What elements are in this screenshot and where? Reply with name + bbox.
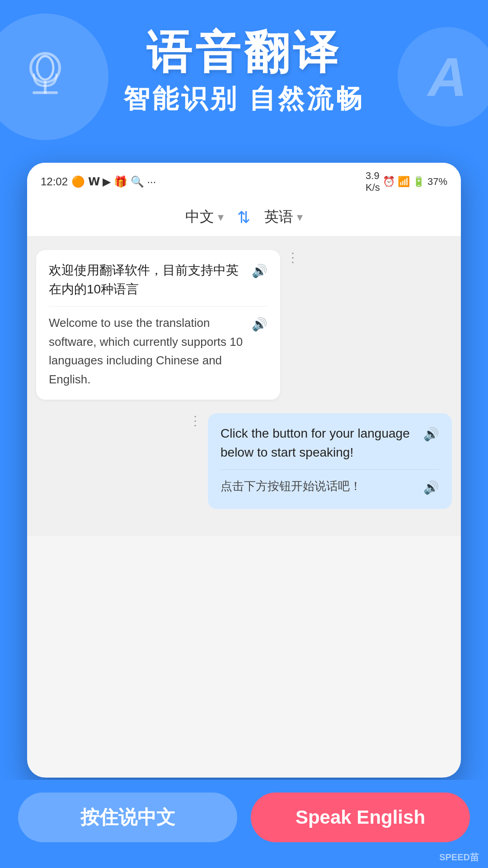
header-section: 语音翻译 智能识别 自然流畅 (0, 0, 488, 130)
status-bar: 12:02 🟠 𝗪 ▶ 🎁 🔍 ··· 3.9K/s ⏰ 📶 🔋 37% (27, 163, 461, 198)
message-1-bubble: 欢迎使用翻译软件，目前支持中英在内的10种语言 🔊 Welcome to use… (36, 250, 280, 400)
message-2-translated: 点击下方按钮开始说话吧！ 🔊 (221, 470, 439, 498)
chat-area: 欢迎使用翻译软件，目前支持中英在内的10种语言 🔊 Welcome to use… (27, 236, 461, 536)
target-language-selector[interactable]: 英语 ▾ (264, 207, 303, 227)
app-title: 语音翻译 (18, 27, 470, 77)
lang-selector-bar[interactable]: 中文 ▾ ⇄ 英语 ▾ (27, 198, 461, 236)
speak-english-button[interactable]: Speak English (251, 793, 470, 842)
status-time: 12:02 (41, 175, 68, 188)
status-right: 3.9K/s ⏰ 📶 🔋 37% (366, 170, 447, 193)
message-2-speaker-icon[interactable]: 🔊 (423, 425, 439, 444)
source-lang-label: 中文 (185, 207, 214, 227)
message-2-bubble: Click the button for your language below… (208, 413, 452, 509)
message-1-original-text: 欢迎使用翻译软件，目前支持中英在内的10种语言 (49, 261, 247, 299)
message-1-translated-speaker-icon[interactable]: 🔊 (252, 315, 267, 335)
message-2-translated-speaker-icon[interactable]: 🔊 (423, 478, 439, 498)
app-content: 中文 ▾ ⇄ 英语 ▾ 欢迎使用翻译软件，目前支持中英在内的10种语言 🔊 W (27, 198, 461, 536)
message-1-translated-text: Welcome to use the translation software,… (49, 314, 247, 389)
message-1-original: 欢迎使用翻译软件，目前支持中英在内的10种语言 🔊 (49, 261, 267, 307)
message-1-speaker-icon[interactable]: 🔊 (252, 262, 267, 281)
status-speed: 3.9K/s (366, 170, 380, 193)
bottom-buttons-bar: 按住说中文 Speak English (0, 780, 488, 868)
message-2-original: Click the button for your language below… (221, 424, 439, 470)
target-lang-label: 英语 (264, 207, 293, 227)
watermark: SPEED苗 (439, 851, 479, 863)
message-1: 欢迎使用翻译软件，目前支持中英在内的10种语言 🔊 Welcome to use… (36, 250, 452, 400)
status-left: 12:02 🟠 𝗪 ▶ 🎁 🔍 ··· (41, 175, 156, 188)
target-lang-dropdown-icon: ▾ (297, 210, 303, 224)
source-lang-dropdown-icon: ▾ (218, 210, 224, 224)
source-language-selector[interactable]: 中文 ▾ (185, 207, 224, 227)
message-1-translated: Welcome to use the translation software,… (49, 307, 267, 389)
status-battery: 🔋 37% (413, 176, 447, 188)
status-app-icons: 🟠 𝗪 ▶ 🎁 🔍 ··· (71, 175, 156, 188)
app-subtitle: 智能识别 自然流畅 (18, 81, 470, 117)
lang-swap-icon[interactable]: ⇄ (235, 210, 253, 224)
status-signal: 📶 (398, 176, 410, 188)
message-2-options[interactable]: ⋮ (189, 413, 202, 428)
message-2-original-text: Click the button for your language below… (221, 424, 419, 462)
message-2: ⋮ Click the button for your language bel… (36, 413, 452, 509)
speak-chinese-button[interactable]: 按住说中文 (18, 793, 237, 842)
phone-mockup: 12:02 🟠 𝗪 ▶ 🎁 🔍 ··· 3.9K/s ⏰ 📶 🔋 37% 中文 … (27, 163, 461, 778)
status-wifi: ⏰ (383, 176, 395, 188)
message-1-options[interactable]: ⋮ (286, 250, 299, 265)
message-2-translated-text: 点击下方按钮开始说话吧！ (221, 477, 361, 496)
